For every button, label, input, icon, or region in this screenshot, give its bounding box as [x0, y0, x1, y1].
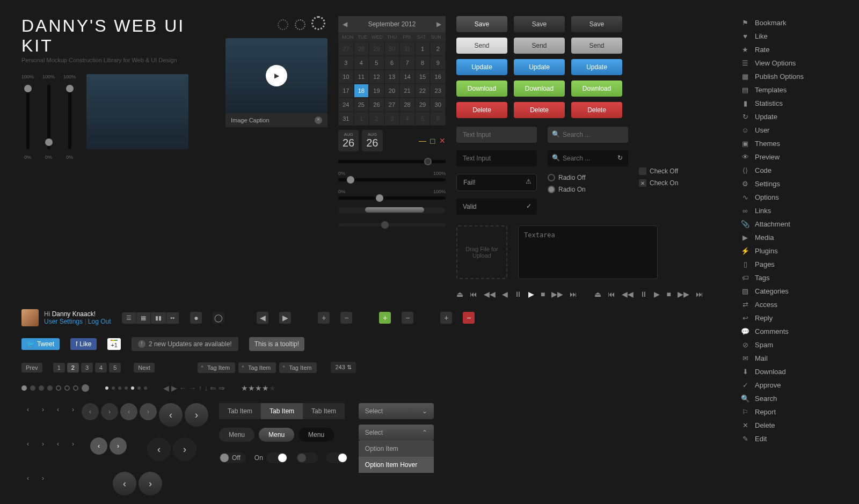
cal-day[interactable]: 28 — [354, 42, 369, 56]
cal-day[interactable]: 28 — [399, 98, 415, 112]
cal-day[interactable]: 8 — [415, 56, 431, 70]
cal-day[interactable]: 30 — [430, 98, 446, 112]
sidebar-item[interactable]: ♥ Like — [741, 30, 838, 43]
update-button[interactable]: Update — [456, 59, 507, 75]
sidebar-item[interactable]: ✎ Edit — [741, 432, 838, 445]
ff-icon[interactable]: ▶▶ — [678, 290, 689, 298]
cal-day[interactable]: 26 — [369, 98, 384, 112]
next-arrow-icon[interactable]: › — [67, 403, 79, 416]
sidebar-item[interactable]: 🏷 Tags — [741, 271, 838, 284]
cal-next-icon[interactable]: ▶ — [436, 20, 441, 28]
cal-day[interactable]: 6 — [384, 56, 400, 70]
text-input-valid[interactable] — [456, 199, 537, 215]
check-on[interactable]: ✕Check On — [639, 179, 678, 187]
date-box[interactable]: AUG26 — [338, 130, 359, 151]
next-arrow-icon[interactable]: › — [173, 437, 196, 461]
vertical-slider[interactable]: 100% 0% — [21, 74, 34, 160]
video-thumb-1[interactable] — [86, 74, 188, 149]
tab-item[interactable]: Tab Item — [261, 403, 303, 419]
sidebar-item[interactable]: 📎 Attachment — [741, 217, 838, 231]
maximize-icon[interactable]: ◻ — [430, 136, 436, 145]
sidebar-item[interactable]: ⚡ Plugins — [741, 244, 838, 258]
cal-day[interactable]: 30 — [384, 42, 400, 56]
pause-icon[interactable]: ⏸ — [514, 290, 522, 298]
cal-day[interactable]: 14 — [399, 70, 415, 84]
cal-day[interactable]: 3 — [384, 112, 400, 126]
next-arrow-icon[interactable]: › — [185, 403, 208, 427]
cal-day[interactable]: 17 — [338, 84, 354, 98]
page-number[interactable]: 5 — [109, 363, 121, 372]
sidebar-item[interactable]: ✕ Delete — [741, 419, 838, 432]
textarea[interactable] — [518, 225, 658, 279]
skip-prev-icon[interactable]: ⏮ — [608, 290, 615, 298]
sidebar-item[interactable]: ▤ Templates — [741, 83, 838, 97]
tab-item[interactable]: Tab Item — [303, 403, 345, 419]
cal-day[interactable]: 9 — [430, 56, 446, 70]
prev-icon[interactable]: ◀ — [257, 312, 268, 324]
cal-day[interactable]: 22 — [415, 84, 431, 98]
page-number[interactable]: 1 — [53, 363, 65, 372]
fb-like-button[interactable]: f Like — [70, 338, 97, 350]
next-arrow-icon[interactable]: › — [101, 403, 118, 420]
view-switcher[interactable]: ☰▦▮▮▪▪ — [122, 312, 180, 324]
sidebar-item[interactable]: ∞ Links — [741, 204, 838, 217]
cal-day[interactable]: 18 — [354, 84, 369, 98]
avatar[interactable] — [21, 309, 39, 326]
pause-icon[interactable]: ⏸ — [640, 290, 647, 298]
check-off[interactable]: Check Off — [639, 167, 678, 175]
cal-day[interactable]: 16 — [430, 70, 446, 84]
cal-day[interactable]: 31 — [338, 112, 354, 126]
tag-item[interactable]: Tag Item — [238, 362, 276, 373]
cal-day[interactable]: 1 — [354, 112, 369, 126]
user-settings-link[interactable]: User Settings — [44, 318, 83, 325]
cal-day[interactable]: 3 — [338, 56, 354, 70]
cal-day[interactable]: 10 — [338, 70, 354, 84]
cal-day[interactable]: 7 — [399, 56, 415, 70]
prev-icon[interactable]: ◀ — [502, 290, 508, 298]
prev-arrow-icon[interactable]: ‹ — [90, 437, 107, 455]
toggle[interactable] — [326, 452, 348, 463]
cal-day[interactable]: 31 — [399, 42, 415, 56]
star-rating[interactable]: ★★★★★ — [241, 384, 276, 392]
rewind-icon[interactable]: ◀◀ — [484, 290, 496, 298]
cal-day[interactable]: 13 — [384, 70, 400, 84]
page-number[interactable]: 4 — [95, 363, 107, 372]
sidebar-item[interactable]: ↩ Reply — [741, 311, 838, 325]
sidebar-item[interactable]: ✓ Approve — [741, 378, 838, 392]
circle-icon[interactable]: ◯ — [213, 312, 224, 324]
sidebar-item[interactable]: ↻ Update — [741, 110, 838, 123]
select-open[interactable]: Select⌃ — [359, 425, 434, 441]
download-button[interactable]: Download — [571, 81, 622, 97]
play-icon[interactable]: ▶ — [654, 290, 660, 298]
prev-arrow-icon[interactable]: ‹ — [21, 472, 34, 485]
radio-off[interactable]: Radio Off — [548, 174, 628, 181]
play-icon[interactable]: ▶ — [528, 290, 534, 298]
skip-next-icon[interactable]: ⏭ — [696, 290, 703, 298]
update-button[interactable]: Update — [514, 59, 565, 75]
sidebar-item[interactable]: 💬 Comments — [741, 325, 838, 338]
horizontal-slider[interactable]: 0%100% — [338, 171, 446, 181]
counter[interactable]: 243 ⇅ — [331, 362, 355, 373]
cal-day[interactable]: 25 — [354, 98, 369, 112]
pagination-dots-small[interactable] — [105, 386, 147, 390]
video-thumb-2[interactable]: ▶ — [225, 38, 327, 113]
sidebar-item[interactable]: ⟨⟩ Code — [741, 164, 838, 177]
cal-day[interactable]: 21 — [399, 84, 415, 98]
send-button[interactable]: Send — [456, 38, 507, 54]
delete-button[interactable]: Delete — [571, 102, 622, 118]
prev-arrow-icon[interactable]: ‹ — [113, 472, 136, 495]
sidebar-item[interactable]: ⚐ Report — [741, 405, 838, 419]
plus-icon[interactable]: + — [379, 312, 391, 324]
sidebar-item[interactable]: 👁 Preview — [741, 150, 838, 164]
date-box[interactable]: AUG26 — [362, 130, 382, 151]
menu-pill[interactable]: Menu — [219, 428, 254, 442]
logout-link[interactable]: Log Out — [88, 318, 111, 325]
eject-icon[interactable]: ⏏ — [594, 290, 601, 298]
next-arrow-icon[interactable]: › — [110, 437, 127, 455]
sidebar-item[interactable]: ☺ User — [741, 123, 838, 137]
save-button[interactable]: Save — [571, 16, 622, 32]
cal-day[interactable]: 27 — [384, 98, 400, 112]
save-button[interactable]: Save — [514, 16, 565, 32]
page-number[interactable]: 3 — [81, 363, 93, 372]
text-input[interactable] — [456, 127, 537, 143]
